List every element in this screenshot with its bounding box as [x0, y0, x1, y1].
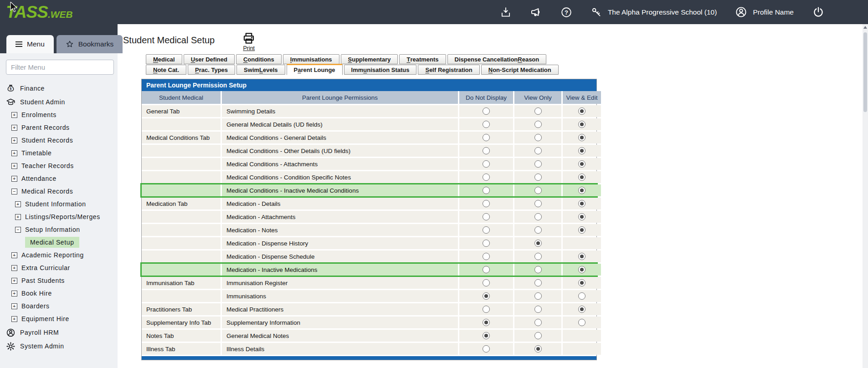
- download-icon[interactable]: [500, 6, 512, 18]
- expand-icon[interactable]: +: [11, 252, 17, 258]
- radio-view-edit-medication-inactive-medications[interactable]: [578, 266, 586, 273]
- radio-do-not-display-medical-conditions-general-details[interactable]: [483, 134, 490, 141]
- vertical-scrollbar[interactable]: [863, 24, 868, 368]
- radio-view-only-medication-dispense-schedule[interactable]: [534, 253, 542, 260]
- radio-view-only-swimming-details[interactable]: [534, 107, 542, 115]
- tab-prac-types[interactable]: Prac. Types: [188, 65, 235, 75]
- sidebar-item-attendance[interactable]: +Attendance: [0, 172, 118, 185]
- radio-view-edit-medication-attachments[interactable]: [578, 213, 586, 220]
- radio-view-edit-medical-conditions-inactive-medical-conditions[interactable]: [578, 187, 586, 194]
- expand-icon[interactable]: +: [11, 291, 17, 296]
- sidebar-item-setup-information[interactable]: −Setup Information: [0, 223, 118, 236]
- radio-do-not-display-medication-notes[interactable]: [483, 226, 490, 234]
- sidebar-item-book-hire[interactable]: +Book Hire: [0, 287, 118, 300]
- tab-swim-levels[interactable]: Swim Levels: [236, 65, 285, 75]
- sidebar-item-medical-setup[interactable]: Medical Setup: [0, 236, 118, 249]
- expand-icon[interactable]: +: [11, 278, 17, 284]
- radio-view-only-immunisation-register[interactable]: [534, 279, 542, 286]
- sidebar-item-student-admin[interactable]: Student Admin: [0, 96, 118, 108]
- logout-icon[interactable]: [812, 6, 825, 19]
- collapse-icon[interactable]: −: [15, 227, 21, 233]
- sidebar-item-equipment-hire[interactable]: +Equipment Hire: [0, 312, 118, 325]
- radio-do-not-display-medical-conditions-condition-specific-notes[interactable]: [483, 174, 490, 181]
- radio-view-edit-medical-conditions-attachments[interactable]: [578, 160, 586, 168]
- expand-icon[interactable]: +: [11, 112, 17, 118]
- radio-view-edit-swimming-details[interactable]: [578, 107, 586, 115]
- radio-do-not-display-medication-details[interactable]: [483, 200, 490, 207]
- sidebar-item-enrolments[interactable]: +Enrolments: [0, 108, 118, 121]
- sidebar-item-finance[interactable]: $Finance: [0, 82, 118, 95]
- radio-view-only-illness-details[interactable]: [534, 345, 542, 353]
- tab-supplementary[interactable]: Supplementary: [341, 54, 398, 64]
- sidebar-item-timetable[interactable]: +Timetable: [0, 147, 118, 159]
- radio-view-edit-medical-conditions-general-details[interactable]: [578, 134, 586, 141]
- radio-do-not-display-medical-conditions-inactive-medical-conditions[interactable]: [483, 187, 490, 194]
- radio-view-edit-immunisations[interactable]: [578, 292, 586, 300]
- sidebar-item-extra-curricular[interactable]: +Extra Curricular: [0, 261, 118, 274]
- expand-icon[interactable]: +: [15, 201, 21, 207]
- radio-view-edit-medication-notes[interactable]: [578, 226, 586, 234]
- scrollbar-thumb[interactable]: [863, 32, 867, 112]
- sidebar-item-system-admin[interactable]: System Admin: [0, 340, 118, 353]
- sidebar-item-parent-records[interactable]: +Parent Records: [0, 121, 118, 134]
- print-button[interactable]: Print: [242, 31, 256, 51]
- radio-do-not-display-supplementary-information[interactable]: [483, 319, 490, 326]
- radio-do-not-display-medical-practitioners[interactable]: [483, 306, 490, 313]
- radio-do-not-display-medical-conditions-other-details-ud-fields[interactable]: [483, 147, 490, 154]
- radio-do-not-display-general-medical-details-ud-fields[interactable]: [483, 121, 490, 128]
- sidebar-item-listings-reports-merges[interactable]: +Listings/Reports/Merges: [0, 210, 118, 223]
- radio-view-only-medication-attachments[interactable]: [534, 213, 542, 220]
- tab-immunisations[interactable]: Immunisations: [283, 54, 339, 64]
- sidebar-item-academic-reporting[interactable]: +Academic Reporting: [0, 249, 118, 261]
- sidebar-item-payroll-hrm[interactable]: Payroll HRM: [0, 326, 118, 339]
- radio-do-not-display-immunisations[interactable]: [483, 292, 490, 300]
- tab-menu[interactable]: Menu: [6, 35, 54, 53]
- profile-menu[interactable]: Profile Name: [735, 6, 794, 18]
- radio-view-only-medical-practitioners[interactable]: [534, 306, 542, 313]
- tab-self-registration[interactable]: Self Registration: [418, 65, 479, 75]
- radio-view-only-medication-inactive-medications[interactable]: [534, 266, 542, 273]
- tab-user-defined[interactable]: User Defined: [184, 54, 235, 64]
- expand-icon[interactable]: +: [11, 150, 17, 156]
- radio-view-edit-medical-practitioners[interactable]: [578, 306, 586, 313]
- radio-do-not-display-medication-dispense-schedule[interactable]: [483, 253, 490, 260]
- sidebar-item-teacher-records[interactable]: +Teacher Records: [0, 159, 118, 172]
- radio-view-only-medical-conditions-inactive-medical-conditions[interactable]: [534, 187, 542, 194]
- tab-treatments[interactable]: Treatments: [399, 54, 446, 64]
- radio-view-only-medical-conditions-condition-specific-notes[interactable]: [534, 174, 542, 181]
- radio-view-only-supplementary-information[interactable]: [534, 319, 542, 326]
- tab-bookmarks[interactable]: Bookmarks: [56, 35, 123, 53]
- radio-view-edit-medical-conditions-other-details-ud-fields[interactable]: [578, 147, 586, 154]
- sidebar-item-boarders[interactable]: +Boarders: [0, 300, 118, 312]
- tab-note-cat[interactable]: Note Cat.: [146, 65, 186, 75]
- expand-icon[interactable]: +: [11, 176, 17, 182]
- scroll-up-arrow[interactable]: [863, 24, 868, 31]
- radio-do-not-display-swimming-details[interactable]: [483, 107, 490, 115]
- sidebar-item-past-students[interactable]: +Past Students: [0, 274, 118, 287]
- help-icon[interactable]: ?: [560, 6, 572, 18]
- radio-view-only-medical-conditions-attachments[interactable]: [534, 160, 542, 168]
- radio-view-only-medical-conditions-other-details-ud-fields[interactable]: [534, 147, 542, 154]
- radio-view-edit-supplementary-information[interactable]: [578, 319, 586, 326]
- radio-do-not-display-illness-details[interactable]: [483, 345, 490, 353]
- filter-menu-input[interactable]: [6, 60, 114, 75]
- radio-do-not-display-immunisation-register[interactable]: [483, 279, 490, 286]
- expand-icon[interactable]: +: [11, 163, 17, 169]
- radio-do-not-display-medication-dispense-history[interactable]: [483, 240, 490, 247]
- school-selector[interactable]: The Alpha Progressive School (10): [591, 6, 717, 18]
- expand-icon[interactable]: +: [15, 214, 21, 220]
- radio-view-only-general-medical-details-ud-fields[interactable]: [534, 121, 542, 128]
- radio-do-not-display-medication-attachments[interactable]: [483, 213, 490, 220]
- radio-do-not-display-general-medical-notes[interactable]: [483, 332, 490, 339]
- radio-view-only-immunisations[interactable]: [534, 292, 542, 300]
- sidebar-item-medical-records[interactable]: −Medical Records: [0, 185, 118, 198]
- tab-dispense-cancellation-reason[interactable]: Dispense Cancellation Reason: [447, 54, 547, 64]
- announcements-icon[interactable]: [530, 6, 542, 18]
- radio-view-only-medication-notes[interactable]: [534, 226, 542, 234]
- radio-view-only-medication-dispense-history[interactable]: [534, 240, 542, 247]
- expand-icon[interactable]: +: [11, 316, 17, 322]
- radio-view-edit-medication-details[interactable]: [578, 200, 586, 207]
- collapse-icon[interactable]: −: [11, 189, 17, 194]
- expand-icon[interactable]: +: [11, 138, 17, 143]
- tass-web-logo[interactable]: TASS.WEB: [6, 3, 73, 22]
